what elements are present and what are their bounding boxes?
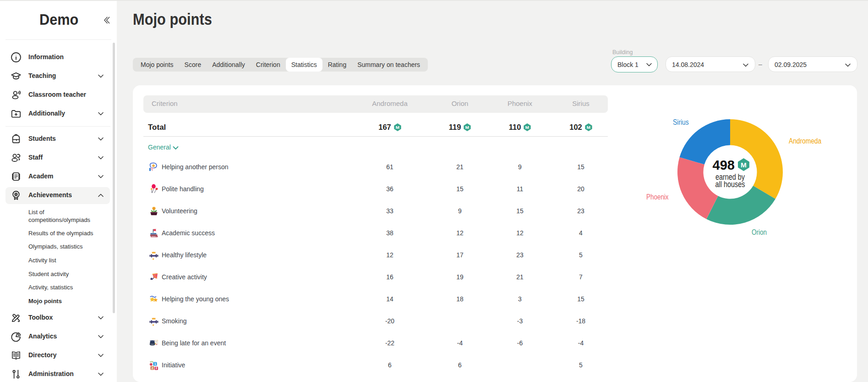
svg-text:M: M — [587, 124, 590, 129]
svg-text:M: M — [465, 124, 469, 129]
svg-text:M: M — [396, 124, 399, 129]
svg-text:M: M — [741, 161, 747, 169]
svg-text:2: 2 — [151, 366, 153, 370]
svg-text:M: M — [525, 124, 529, 129]
svg-text:1: 1 — [154, 362, 156, 366]
svg-text:3: 3 — [155, 366, 157, 370]
